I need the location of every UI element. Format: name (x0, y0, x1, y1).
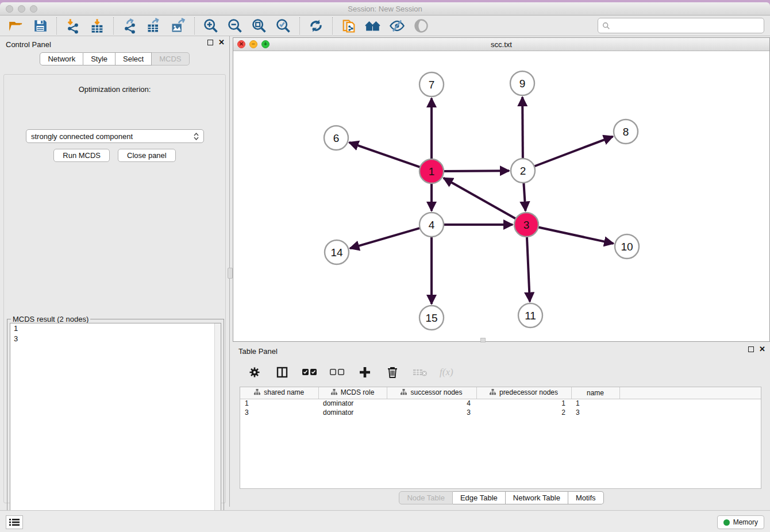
close-panel-button[interactable]: ✕ (218, 40, 225, 45)
tab-style[interactable]: Style (83, 52, 116, 65)
cell-MCDS-role[interactable]: dominator (318, 408, 387, 417)
tab-select[interactable]: Select (116, 52, 152, 65)
node-4[interactable]: 4 (419, 213, 444, 237)
zoom-in-icon[interactable] (203, 18, 219, 34)
delete-column-icon[interactable] (384, 364, 401, 380)
zoom-fit-icon[interactable] (251, 18, 267, 34)
node-14[interactable]: 14 (325, 240, 349, 264)
add-column-icon[interactable] (357, 364, 373, 380)
node-15[interactable]: 15 (419, 306, 444, 330)
tab-mcds[interactable]: MCDS (152, 52, 189, 65)
edge-3-to-10[interactable] (537, 227, 614, 244)
split-columns-icon[interactable] (274, 364, 290, 380)
task-list-icon (9, 518, 20, 526)
zoom-selected-icon[interactable] (275, 18, 291, 34)
export-network-icon[interactable] (122, 18, 138, 34)
close-panel-button-mcds[interactable]: Close panel (118, 149, 176, 162)
memory-button[interactable]: Memory (717, 515, 764, 529)
result-scrollbar[interactable] (214, 323, 221, 532)
column-type-icon (331, 389, 337, 397)
view-mode-icon[interactable] (413, 18, 429, 34)
edge-4-to-14[interactable] (350, 228, 421, 248)
float-panel-button[interactable] (207, 40, 213, 45)
cell-predecessor-nodes[interactable]: 2 (476, 408, 571, 417)
edge-2-to-3[interactable] (523, 182, 525, 211)
node-9[interactable]: 9 (510, 71, 534, 95)
node-3[interactable]: 3 (514, 213, 538, 237)
edge-1-to-6[interactable] (349, 142, 421, 168)
cell-shared-name[interactable]: 3 (240, 408, 318, 417)
column-header-successor-nodes[interactable]: successor nodes (387, 387, 476, 399)
vertical-splitter-handle[interactable] (228, 268, 233, 279)
node-8[interactable]: 8 (614, 119, 638, 144)
node-1[interactable]: 1 (419, 159, 444, 183)
import-table-icon[interactable] (89, 18, 105, 34)
node-7[interactable]: 7 (419, 72, 444, 97)
edge-3-to-1[interactable] (444, 178, 517, 219)
tab-edge-table[interactable]: Edge Table (453, 491, 506, 504)
node-11[interactable]: 11 (518, 303, 542, 327)
tab-network-table[interactable]: Network Table (506, 491, 568, 504)
settings-gear-icon[interactable] (247, 364, 263, 380)
memory-button-label: Memory (733, 518, 758, 526)
optimization-criterion-select[interactable]: strongly connected component (26, 129, 204, 143)
column-header-shared-name[interactable]: shared name (240, 387, 318, 399)
column-label: successor nodes (410, 388, 462, 396)
float-table-panel-button[interactable] (748, 346, 754, 352)
run-mcds-button[interactable]: Run MCDS (53, 149, 110, 162)
cell-predecessor-nodes[interactable]: 1 (476, 399, 571, 408)
mcds-result-item[interactable]: 3 (10, 334, 221, 344)
export-table-icon[interactable] (146, 18, 162, 34)
edge-3-to-11[interactable] (527, 236, 530, 302)
table-row[interactable]: 1dominator411 (240, 399, 761, 408)
node-10[interactable]: 10 (615, 234, 639, 259)
export-image-icon[interactable] (170, 18, 186, 34)
edge-1-to-2[interactable] (442, 171, 509, 171)
close-table-panel-button[interactable]: ✕ (759, 346, 765, 352)
column-header-MCDS-role[interactable]: MCDS role (318, 387, 387, 399)
horizontal-splitter-handle[interactable] (480, 338, 486, 342)
cell-filler (619, 399, 761, 408)
tab-node-table[interactable]: Node Table (399, 491, 453, 504)
cell-name[interactable]: 1 (571, 399, 619, 408)
node-2[interactable]: 2 (511, 159, 535, 183)
svg-text:8: 8 (623, 126, 629, 138)
import-network-icon[interactable] (65, 18, 81, 34)
mcds-result-item[interactable]: 1 (10, 323, 221, 334)
mcds-tab-content: Optimization criterion: strongly connect… (3, 74, 226, 503)
edge-2-to-9[interactable] (522, 97, 523, 160)
column-header-filler (619, 387, 761, 399)
refresh-icon[interactable] (308, 18, 324, 34)
network-canvas[interactable]: 7968124314101511 (233, 51, 769, 341)
column-header-predecessor-nodes[interactable]: predecessor nodes (476, 387, 571, 399)
hide-panels-icon[interactable] (389, 18, 405, 34)
cell-successor-nodes[interactable]: 3 (387, 408, 476, 417)
control-panel-title: Control Panel (6, 40, 51, 49)
network-window-titlebar[interactable]: ✕ − + scc.txt (233, 38, 769, 51)
search-field[interactable] (598, 18, 764, 33)
table-row[interactable]: 3dominator323 (240, 408, 761, 417)
save-session-icon[interactable] (32, 18, 48, 34)
show-welcome-icon[interactable] (365, 18, 381, 34)
deselect-checkboxes-icon[interactable] (329, 364, 345, 380)
node-6[interactable]: 6 (324, 126, 348, 150)
column-header-name[interactable]: name (571, 387, 619, 399)
clone-network-icon[interactable] (341, 18, 357, 34)
node-table[interactable]: shared nameMCDS rolesuccessor nodesprede… (240, 387, 761, 489)
cell-name[interactable]: 3 (571, 408, 619, 417)
cell-MCDS-role[interactable]: dominator (318, 399, 387, 408)
task-history-button[interactable] (6, 515, 23, 529)
open-session-icon[interactable] (8, 18, 24, 34)
search-input[interactable] (613, 21, 764, 30)
tab-motifs[interactable]: Motifs (568, 491, 604, 504)
cell-successor-nodes[interactable]: 4 (387, 399, 476, 408)
edge-2-to-8[interactable] (533, 137, 613, 167)
svg-text:3: 3 (523, 219, 530, 231)
function-builder-icon[interactable]: f(x) (440, 367, 453, 378)
mcds-result-list[interactable]: 13 (10, 323, 221, 532)
select-all-checkboxes-icon[interactable] (302, 364, 318, 380)
delete-table-icon[interactable] (412, 364, 428, 380)
zoom-out-icon[interactable] (227, 18, 243, 34)
tab-network[interactable]: Network (40, 52, 83, 65)
cell-shared-name[interactable]: 1 (240, 399, 318, 408)
